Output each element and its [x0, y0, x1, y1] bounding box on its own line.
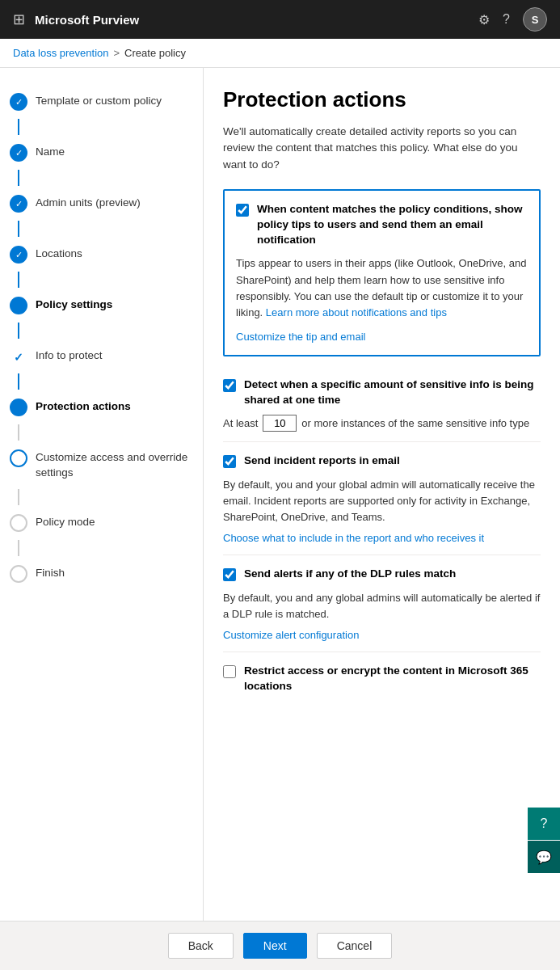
sidebar-label-policy: Policy settings: [36, 296, 112, 313]
connector-7: [18, 424, 19, 441]
section-send-alerts: Send alerts if any of the DLP rules matc…: [223, 557, 541, 652]
section-restrict-access: Restrict access or encrypt the content i…: [223, 654, 541, 704]
sidebar-item-admin-units[interactable]: Admin units (preview): [0, 186, 203, 221]
checkbox-alerts[interactable]: [223, 568, 236, 581]
back-button[interactable]: Back: [168, 933, 234, 959]
step-indicator-finish: [10, 565, 27, 583]
checkbox-label-detect[interactable]: Detect when a specific amount of sensiti…: [244, 377, 541, 408]
sidebar-item-template[interactable]: Template or custom policy: [0, 84, 203, 119]
checkbox-label-alerts[interactable]: Send alerts if any of the DLP rules matc…: [244, 567, 456, 582]
incident-report-link[interactable]: Choose what to include in the report and…: [223, 532, 484, 544]
sidebar-label-protection: Protection actions: [36, 398, 131, 415]
instances-suffix: or more instances of the same sensitive …: [301, 417, 529, 429]
notifications-tips-link[interactable]: Learn more about notifications and tips: [266, 306, 447, 318]
checkbox-row-incident: Send incident reports in email: [223, 453, 541, 469]
section-detect-sensitive: Detect when a specific amount of sensiti…: [223, 368, 541, 442]
main-layout: Template or custom policy Name Admin uni…: [0, 68, 560, 921]
step-indicator-policy: [10, 297, 27, 314]
customize-tip-link[interactable]: Customize the tip and email: [236, 331, 365, 343]
help-icon[interactable]: ?: [503, 12, 510, 27]
sidebar-label-info: Info to protect: [36, 347, 103, 364]
step-indicator-protection: [10, 399, 27, 416]
breadcrumb: Data loss prevention > Create policy: [0, 39, 560, 68]
app-title: Microsoft Purview: [35, 13, 469, 27]
section-send-incident: Send incident reports in email By defaul…: [223, 444, 541, 555]
sidebar-label-name: Name: [36, 143, 65, 160]
apps-grid-icon[interactable]: ⊞: [13, 11, 25, 28]
sidebar-item-info-protect[interactable]: ✓ Info to protect: [0, 339, 203, 373]
top-navigation: ⊞ Microsoft Purview ⚙ ? S: [0, 0, 560, 39]
sidebar-label-template: Template or custom policy: [36, 92, 162, 109]
checkbox-label-restrict[interactable]: Restrict access or encrypt the content i…: [244, 664, 541, 694]
step-indicator-info: ✓: [10, 348, 27, 365]
page-description: We'll automatically create detailed acti…: [223, 124, 541, 173]
notify-info-text: Tips appear to users in their apps (like…: [236, 255, 528, 321]
incident-info-text: By default, you and your global admin wi…: [223, 477, 541, 525]
breadcrumb-separator: >: [114, 47, 120, 59]
connector-4: [18, 272, 19, 288]
checkbox-row-alerts: Send alerts if any of the DLP rules matc…: [223, 567, 541, 582]
checkbox-label-notify[interactable]: When content matches the policy conditio…: [257, 202, 528, 248]
avatar[interactable]: S: [523, 7, 547, 32]
sidebar-item-policy-mode[interactable]: Policy mode: [0, 505, 203, 540]
checkbox-incident[interactable]: [223, 455, 236, 468]
instances-row: At least or more instances of the same s…: [223, 415, 541, 432]
sidebar-label-admin: Admin units (preview): [36, 194, 141, 211]
sidebar-item-customize[interactable]: Customize access and override settings: [0, 441, 203, 489]
checkbox-notify[interactable]: [236, 204, 249, 217]
sidebar-label-locations: Locations: [36, 245, 82, 262]
step-indicator-name: [10, 144, 27, 162]
section-notify-users: When content matches the policy conditio…: [223, 189, 541, 356]
connector-9: [18, 540, 19, 556]
content-area: Protection actions We'll automatically c…: [204, 68, 560, 921]
next-button[interactable]: Next: [243, 933, 307, 959]
alerts-info-text: By default, you and any global admins wi…: [223, 590, 541, 622]
connector-2: [18, 170, 19, 186]
connector-8: [18, 489, 19, 505]
sidebar-item-finish[interactable]: Finish: [0, 556, 203, 591]
bottom-bar: Back Next Cancel: [0, 921, 560, 970]
checkbox-row-restrict: Restrict access or encrypt the content i…: [223, 664, 541, 694]
sidebar-item-policy-settings[interactable]: Policy settings: [0, 288, 203, 323]
breadcrumb-current: Create policy: [124, 47, 186, 59]
sidebar-item-name[interactable]: Name: [0, 135, 203, 170]
checkbox-detect[interactable]: [223, 379, 236, 392]
sidebar-label-finish: Finish: [36, 564, 65, 581]
step-indicator-mode: [10, 514, 27, 532]
checkbox-row-notify: When content matches the policy conditio…: [236, 202, 528, 248]
instances-input[interactable]: [263, 415, 297, 432]
cancel-button[interactable]: Cancel: [317, 933, 393, 959]
fab-chat-button[interactable]: 💬: [528, 841, 560, 873]
sidebar-label-mode: Policy mode: [36, 513, 95, 530]
step-indicator-template: [10, 93, 27, 111]
step-indicator-admin: [10, 195, 27, 213]
fab-container: ? 💬: [528, 808, 560, 873]
step-indicator-locations: [10, 246, 27, 264]
settings-icon[interactable]: ⚙: [478, 12, 490, 27]
checkbox-label-incident[interactable]: Send incident reports in email: [244, 453, 400, 469]
step-indicator-customize: [10, 449, 27, 467]
sidebar-item-locations[interactable]: Locations: [0, 237, 203, 272]
breadcrumb-parent[interactable]: Data loss prevention: [13, 47, 109, 59]
connector-1: [18, 119, 19, 135]
connector-6: [18, 373, 19, 390]
connector-3: [18, 221, 19, 237]
connector-5: [18, 323, 19, 339]
sidebar: Template or custom policy Name Admin uni…: [0, 68, 204, 921]
alerts-config-link[interactable]: Customize alert configuration: [223, 629, 359, 641]
nav-icons-group: ⚙ ? S: [478, 7, 547, 32]
fab-help-button[interactable]: ?: [528, 808, 560, 840]
checkbox-row-detect: Detect when a specific amount of sensiti…: [223, 377, 541, 408]
page-title: Protection actions: [223, 87, 541, 112]
sidebar-item-protection[interactable]: Protection actions: [0, 390, 203, 424]
checkbox-restrict[interactable]: [223, 665, 236, 678]
instances-prefix: At least: [223, 417, 258, 429]
sidebar-label-customize: Customize access and override settings: [36, 449, 190, 481]
